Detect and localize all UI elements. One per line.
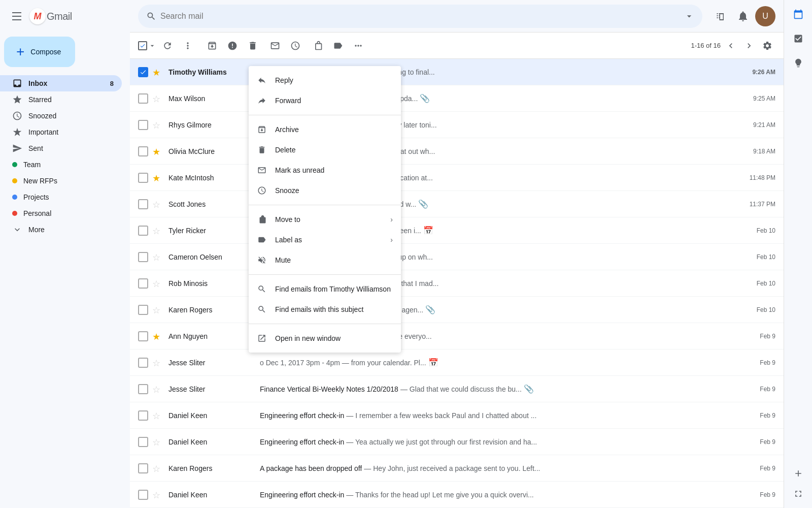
email-checkbox-2[interactable] [138, 93, 148, 104]
email-checkbox-11[interactable] [138, 331, 148, 341]
search-dropdown-icon[interactable] [684, 11, 694, 21]
menu-item-mark-unread[interactable]: Mark as unread [249, 160, 401, 180]
star-12[interactable]: ☆ [152, 358, 162, 368]
star-14[interactable]: ☆ [152, 410, 162, 421]
spam-button[interactable] [223, 37, 242, 55]
menu-item-snooze[interactable]: Snooze [249, 180, 401, 201]
email-row-4[interactable]: ★ Olivia McClure — Yeah I completely agr… [130, 138, 784, 165]
email-checkbox-4[interactable] [138, 146, 148, 156]
menu-item-reply[interactable]: Reply [249, 70, 401, 90]
menu-item-delete[interactable]: Delete [249, 140, 401, 160]
settings-button[interactable] [759, 38, 775, 54]
menu-item-find-subject[interactable]: Find emails with this subject [249, 299, 401, 320]
select-all-checkbox[interactable] [138, 37, 156, 55]
email-row-6[interactable]: ☆ Scott Jones — Our budget last year for… [130, 191, 784, 217]
email-checkbox-14[interactable] [138, 410, 148, 421]
nav-important[interactable]: Important [0, 124, 122, 140]
menu-item-find-from[interactable]: Find emails from Timothy Williamson [249, 279, 401, 299]
star-10[interactable]: ☆ [152, 305, 162, 315]
email-row-14[interactable]: ☆ Daniel Keen Engineering effort check-i… [130, 402, 784, 429]
email-row-12[interactable]: ☆ Jesse Sliter o Dec 1, 2017 3pm - 4pm —… [130, 350, 784, 376]
more-actions-button[interactable] [349, 37, 367, 55]
email-checkbox-12[interactable] [138, 358, 148, 368]
email-row-8[interactable]: ☆ Cameron Oelsen available I slotted som… [130, 244, 784, 270]
nav-more[interactable]: More [0, 221, 122, 238]
email-row-2[interactable]: ☆ Max Wilson — Hi John, can you please r… [130, 85, 784, 112]
email-row-10[interactable]: ☆ Karen Rogers s year — Glad that we got… [130, 297, 784, 323]
next-page-button[interactable] [741, 38, 757, 54]
prev-page-button[interactable] [723, 38, 739, 54]
star-17[interactable]: ☆ [152, 490, 162, 500]
nav-team[interactable]: Team [0, 156, 122, 173]
menu-item-forward[interactable]: Forward [249, 90, 401, 111]
email-checkbox-17[interactable] [138, 490, 148, 500]
email-checkbox-15[interactable] [138, 437, 148, 447]
star-16[interactable]: ☆ [152, 463, 162, 473]
star-8[interactable]: ☆ [152, 252, 162, 262]
email-checkbox-8[interactable] [138, 252, 148, 262]
star-4[interactable]: ★ [152, 146, 162, 156]
menu-item-archive[interactable]: Archive [249, 119, 401, 140]
star-5[interactable]: ★ [152, 173, 162, 183]
email-row-13[interactable]: ☆ Jesse Sliter Finance Vertical Bi-Weekl… [130, 376, 784, 402]
label-as-toolbar-button[interactable] [329, 37, 347, 55]
right-panel-add-icon[interactable] [788, 463, 808, 484]
email-row-5[interactable]: ★ Kate McIntosh der has been confirmed f… [130, 165, 784, 191]
archive-toolbar-button[interactable] [203, 37, 221, 55]
nav-snoozed[interactable]: Snoozed [0, 108, 122, 124]
star-2[interactable]: ☆ [152, 93, 162, 104]
email-row-15[interactable]: ☆ Daniel Keen Engineering effort check-i… [130, 429, 784, 455]
menu-item-move-to[interactable]: Move to › [249, 209, 401, 230]
email-row-17[interactable]: ☆ Daniel Keen Engineering effort check-i… [130, 482, 784, 508]
email-row-1[interactable]: ★ Timothy Williams Hi John, just confirm… [130, 59, 784, 85]
compose-button[interactable]: + Compose [4, 37, 75, 67]
mark-read-button[interactable] [266, 37, 284, 55]
email-row-11[interactable]: ★ Ann Nguyen te across Horizontals, Vert… [130, 323, 784, 350]
search-input[interactable] [160, 12, 680, 21]
nav-sent[interactable]: Sent [0, 140, 122, 156]
email-row-9[interactable]: ☆ Rob Minosis e proposal — Take a look o… [130, 270, 784, 297]
more-options-button[interactable] [179, 37, 197, 55]
email-row-3[interactable]: ☆ Rhys Gilmore — Sounds like a plan. I s… [130, 112, 784, 138]
star-1[interactable]: ★ [152, 67, 162, 77]
email-checkbox-6[interactable] [138, 199, 148, 209]
star-6[interactable]: ☆ [152, 199, 162, 209]
star-13[interactable]: ☆ [152, 384, 162, 394]
star-15[interactable]: ☆ [152, 437, 162, 447]
email-checkbox-10[interactable] [138, 305, 148, 315]
email-row-7[interactable]: ☆ Tyler Ricker Feb 5, 2018 2:00pm - 3:00… [130, 217, 784, 244]
email-checkbox-5[interactable] [138, 173, 148, 183]
search-bar[interactable] [138, 5, 702, 28]
refresh-button[interactable] [158, 37, 177, 55]
hamburger-menu[interactable] [8, 8, 25, 24]
snooze-button[interactable] [286, 37, 304, 55]
menu-item-open-new-window[interactable]: Open in new window [249, 328, 401, 348]
notifications-icon[interactable] [733, 6, 753, 26]
nav-projects[interactable]: Projects [0, 189, 122, 205]
email-checkbox-13[interactable] [138, 384, 148, 394]
nav-new-rfps[interactable]: New RFPs [0, 173, 122, 189]
star-11[interactable]: ★ [152, 331, 162, 341]
star-9[interactable]: ☆ [152, 278, 162, 289]
right-panel-tasks-icon[interactable] [788, 28, 808, 49]
email-checkbox-9[interactable] [138, 278, 148, 289]
email-checkbox-3[interactable] [138, 120, 148, 130]
apps-icon[interactable] [710, 6, 731, 26]
right-panel-notes-icon[interactable] [788, 53, 808, 73]
user-avatar[interactable]: U [755, 6, 775, 26]
delete-toolbar-button[interactable] [244, 37, 262, 55]
email-checkbox-7[interactable] [138, 226, 148, 236]
menu-item-mute[interactable]: Mute [249, 250, 401, 270]
email-row-16[interactable]: ☆ Karen Rogers A package has been droppe… [130, 455, 784, 482]
right-panel-calendar-icon[interactable] [788, 4, 808, 24]
email-checkbox-1[interactable] [138, 67, 148, 77]
right-panel-expand-icon[interactable] [788, 484, 808, 504]
nav-starred[interactable]: Starred [0, 91, 122, 108]
nav-inbox[interactable]: Inbox 8 [0, 75, 122, 91]
menu-item-label-as[interactable]: Label as › [249, 230, 401, 250]
move-to-toolbar-button[interactable] [309, 37, 327, 55]
star-7[interactable]: ☆ [152, 226, 162, 236]
star-3[interactable]: ☆ [152, 120, 162, 130]
email-checkbox-16[interactable] [138, 463, 148, 473]
nav-personal[interactable]: Personal [0, 205, 122, 221]
